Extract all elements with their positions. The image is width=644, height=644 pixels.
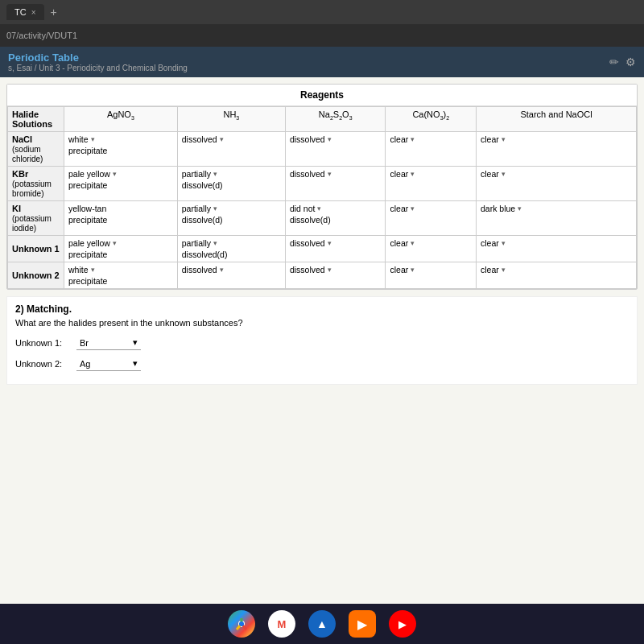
- chevron-down-icon[interactable]: ▾: [502, 135, 506, 143]
- chevron-down-icon[interactable]: ▾: [502, 170, 506, 178]
- chevron-down-icon[interactable]: ▾: [502, 239, 506, 247]
- unknown1-row-label: Unknown 1:: [15, 338, 72, 348]
- ki-nh3: partially ▾ dissolve(d): [177, 201, 285, 236]
- chevron-down-icon: ▾: [133, 337, 138, 348]
- ki-ca: clear ▾: [386, 201, 477, 236]
- unknown2-row: Unknown 2: Ag ▾: [15, 357, 629, 371]
- page-content: Periodic Table s, Esai / Unit 3 - Period…: [0, 47, 644, 604]
- chevron-down-icon[interactable]: ▾: [91, 135, 95, 143]
- chevron-down-icon[interactable]: ▾: [220, 266, 224, 274]
- chevron-down-icon[interactable]: ▾: [411, 239, 415, 247]
- unknown2-dropdown[interactable]: Ag ▾: [76, 357, 141, 371]
- chrome-icon[interactable]: [228, 610, 255, 638]
- page-header: Periodic Table s, Esai / Unit 3 - Period…: [0, 47, 644, 77]
- header-icons: ✏ ⚙: [609, 56, 636, 68]
- ca-header: Ca(NO3)2: [386, 107, 477, 132]
- edit-icon[interactable]: ✏: [609, 56, 619, 68]
- section2: 2) Matching. What are the halides presen…: [6, 296, 638, 385]
- chevron-down-icon[interactable]: ▾: [213, 239, 217, 247]
- unknown1-row: Unknown 1: Br ▾: [15, 336, 629, 350]
- nh3-header: NH3: [177, 107, 285, 132]
- nacl-label: NaCl(sodiumchloride): [8, 132, 64, 167]
- ki-label: KI(potassiumiodide): [8, 201, 64, 236]
- table-row: KI(potassiumiodide) yellow-tan precipita…: [8, 201, 637, 236]
- nacl-na2s2o3: dissolved ▾: [285, 132, 386, 167]
- halide-solutions-header: HalideSolutions: [8, 107, 64, 132]
- table-row: Unknown 1 pale yellow ▾ precipitate: [8, 236, 637, 262]
- section-question: What are the halides present in the unkn…: [15, 318, 629, 328]
- nacl-agno3: white ▾ precipitate: [64, 132, 178, 167]
- ki-na2s2o3: did not ▾ dissolve(d): [285, 201, 386, 236]
- ki-agno3: yellow-tan precipitate: [64, 201, 178, 236]
- ki-starch: dark blue ▾: [477, 201, 637, 236]
- unknown1-agno3: pale yellow ▾ precipitate: [64, 236, 178, 262]
- kbr-nh3: partially ▾ dissolve(d): [177, 167, 285, 201]
- kbr-label: KBr(potassiumbromide): [8, 167, 64, 201]
- nacl-starch: clear ▾: [477, 132, 637, 167]
- page-title: Periodic Table: [8, 52, 188, 64]
- settings-icon[interactable]: ⚙: [625, 56, 636, 68]
- header-text: Periodic Table s, Esai / Unit 3 - Period…: [8, 52, 188, 72]
- kbr-na2s2o3: dissolved ▾: [285, 167, 386, 201]
- kbr-ca: clear ▾: [386, 167, 477, 201]
- page-subtitle: s, Esai / Unit 3 - Periodicity and Chemi…: [8, 64, 188, 72]
- active-tab[interactable]: TC ×: [6, 4, 44, 20]
- unknown1-label: Unknown 1: [8, 236, 64, 262]
- na2s2o3-header: Na2S2O3: [285, 107, 386, 132]
- chevron-down-icon[interactable]: ▾: [328, 266, 332, 274]
- tab-close-btn[interactable]: ×: [31, 8, 36, 17]
- svg-point-1: [239, 621, 244, 626]
- chevron-down-icon[interactable]: ▾: [328, 239, 332, 247]
- table-row: Unknown 2 white ▾ precipitate dissolve: [8, 262, 637, 289]
- unknown1-selected-value: Br: [80, 338, 89, 348]
- drive-icon[interactable]: ▲: [308, 610, 336, 638]
- unknown1-dropdown[interactable]: Br ▾: [76, 336, 141, 350]
- address-bar: 07/activity/VDUT1: [0, 24, 644, 47]
- chevron-down-icon[interactable]: ▾: [113, 239, 117, 247]
- kbr-starch: clear ▾: [477, 167, 637, 201]
- halide-table: HalideSolutions AgNO3 NH3 Na2S2O3 Ca(NO3…: [7, 106, 637, 289]
- unknown1-starch: clear ▾: [477, 236, 637, 262]
- chevron-down-icon[interactable]: ▾: [328, 135, 332, 143]
- chevron-down-icon[interactable]: ▾: [411, 204, 415, 213]
- unknown1-na2s2o3: dissolved ▾: [285, 236, 386, 262]
- unknown2-row-label: Unknown 2:: [15, 359, 72, 369]
- chevron-down-icon[interactable]: ▾: [91, 266, 95, 274]
- play-icon[interactable]: ▶: [349, 610, 376, 638]
- agno3-header: AgNO3: [64, 107, 178, 132]
- nacl-ca: clear ▾: [386, 132, 477, 167]
- taskbar: M ▲ ▶ ▶: [0, 604, 644, 644]
- table-container: Reagents HalideSolutions AgNO3 NH3 Na2S2…: [6, 84, 638, 290]
- chevron-down-icon[interactable]: ▾: [113, 170, 117, 178]
- reagents-header: Reagents: [7, 85, 637, 106]
- chevron-down-icon[interactable]: ▾: [411, 170, 415, 178]
- chevron-down-icon[interactable]: ▾: [213, 204, 217, 213]
- chevron-down-icon[interactable]: ▾: [328, 170, 332, 178]
- chevron-down-icon[interactable]: ▾: [213, 170, 217, 178]
- table-row: KBr(potassiumbromide) pale yellow ▾ prec…: [8, 167, 637, 201]
- chevron-down-icon[interactable]: ▾: [317, 204, 321, 213]
- section-number: 2) Matching.: [15, 303, 629, 315]
- unknown1-nh3: partially ▾ dissolved(d): [177, 236, 285, 262]
- gmail-icon[interactable]: M: [268, 610, 295, 638]
- chevron-down-icon[interactable]: ▾: [411, 266, 415, 274]
- youtube-icon[interactable]: ▶: [389, 610, 416, 638]
- table-row: NaCl(sodiumchloride) white ▾ precipitate: [8, 132, 637, 167]
- unknown2-agno3: white ▾ precipitate: [64, 262, 178, 289]
- chevron-down-icon[interactable]: ▾: [220, 135, 224, 143]
- unknown1-ca: clear ▾: [386, 236, 477, 262]
- chevron-down-icon[interactable]: ▾: [518, 204, 522, 213]
- unknown2-na2s2o3: dissolved ▾: [285, 262, 386, 289]
- unknown2-starch: clear ▾: [477, 262, 637, 289]
- unknown2-label: Unknown 2: [8, 262, 64, 289]
- unknown2-ca: clear ▾: [386, 262, 477, 289]
- kbr-agno3: pale yellow ▾ precipitate: [64, 167, 178, 201]
- new-tab-btn[interactable]: +: [51, 6, 57, 19]
- starch-header: Starch and NaOCl: [477, 107, 637, 132]
- tab-label: TC: [14, 7, 27, 17]
- unknown2-selected-value: Ag: [80, 359, 90, 369]
- chevron-down-icon[interactable]: ▾: [411, 135, 415, 143]
- browser-bar: TC × +: [0, 0, 644, 24]
- chevron-down-icon: ▾: [133, 358, 138, 369]
- chevron-down-icon[interactable]: ▾: [502, 266, 506, 274]
